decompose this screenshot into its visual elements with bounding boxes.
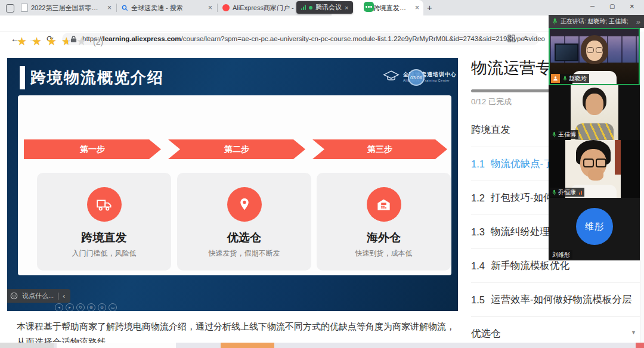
progress-text: 0/12 已完成 — [471, 97, 512, 107]
player-control-icon[interactable]: ◂ — [55, 303, 63, 311]
tab-title: 2022第三届全国新零售技能大赛 — [31, 4, 104, 13]
document-icon — [21, 4, 28, 12]
background-door — [615, 140, 621, 175]
window-close-button[interactable]: × — [630, 2, 634, 11]
tab-actions-menu-icon[interactable] — [6, 4, 14, 13]
step-banner-2: 第二步 — [168, 139, 305, 159]
danmaku-input[interactable]: 说点什么... ‹ — [7, 289, 70, 303]
taskbar-segment — [57, 343, 176, 348]
slide-title: 跨境物流概览介绍 — [30, 67, 164, 88]
logistics-card-preferred-warehouse: 优选仓 快速发货，假期不断发 — [177, 173, 311, 271]
section-label: 优选仓 — [471, 327, 501, 340]
meeting-pill-label: 腾讯会议 — [315, 3, 342, 12]
close-icon[interactable]: × — [208, 4, 212, 12]
split-screen-icon[interactable] — [507, 35, 515, 42]
aliexpress-icon — [222, 4, 230, 11]
player-controls: ◂ ▸ ↻ ⊕ ⊖ ▭ — [55, 303, 117, 311]
taskbar-segment — [636, 343, 644, 348]
minimize-button[interactable]: ─ — [590, 3, 595, 10]
meeting-panel: 赵晓玲 王佳博 — [549, 28, 640, 260]
mic-icon — [552, 132, 556, 138]
sidebar-item-1-5[interactable]: 1.5 运营效率-如何做好物流模板分层 — [471, 283, 644, 317]
warehouse-icon — [367, 187, 401, 222]
meeting-status-bar: 正在讲话: 赵晓玲; 王佳博; » — [549, 15, 644, 28]
lesson-label: 打包技巧-如何 — [491, 191, 553, 204]
tab-title: 全球速卖通 - 搜索 — [131, 4, 205, 13]
player-control-icon[interactable]: ⊖ — [98, 303, 106, 311]
tab-2[interactable]: 全球速卖通 - 搜索 × — [117, 0, 216, 15]
participant-tile[interactable]: 王佳博 — [549, 85, 640, 140]
close-icon[interactable]: × — [415, 4, 419, 12]
step-banner-3: 第三步 — [312, 139, 447, 159]
windows-taskbar-edge[interactable] — [0, 343, 644, 348]
participant-name-label: 赵晓玲 — [561, 74, 589, 83]
course-rating: ★★ ★★ ★★ ★★ ★★ (2) — [17, 35, 103, 48]
mic-icon — [552, 189, 556, 195]
tab-separator — [116, 4, 117, 12]
close-icon[interactable]: × — [107, 4, 112, 12]
slide-title-bar-decoration — [20, 66, 25, 89]
participant-name: 刘维彤 — [552, 251, 570, 259]
tab-1[interactable]: 2022第三届全国新零售技能大赛 × — [17, 0, 116, 15]
tab-title: 跨境直发之物流优缺点-了解 — [373, 4, 412, 13]
step-banner-1: 第一步 — [24, 139, 161, 159]
player-control-icon[interactable]: ↻ — [76, 303, 85, 311]
tencent-meeting-pill[interactable]: 腾讯会议 × — [296, 1, 353, 14]
new-tab-button[interactable]: + — [427, 2, 432, 13]
participant-tile[interactable]: 乔恒康 — [549, 140, 640, 198]
avatar: 维彤 — [576, 208, 613, 245]
timer-badge: 03:06 — [408, 69, 425, 86]
participant-tile-no-video[interactable]: 维彤 刘维彤 — [549, 198, 640, 260]
video-player[interactable]: 跨境物流概览介绍 全球速卖通培训中心 AliExpress Training C… — [7, 58, 458, 311]
rating-count: (2) — [93, 37, 103, 46]
tab-title: AliExpress商家门户 - 面向全球 — [233, 4, 304, 13]
star-icon: ★★ — [32, 35, 44, 48]
mouse-cursor-icon — [317, 310, 322, 311]
browser-address-bar: ← → ⟳ https://learning.aliexpress.com/co… — [0, 15, 644, 32]
player-control-icon[interactable]: ▭ — [109, 303, 117, 311]
recording-dot-icon — [309, 6, 312, 10]
virtual-background-screen — [555, 44, 578, 61]
mic-icon — [563, 76, 567, 82]
tab-3[interactable]: AliExpress商家门户 - 面向全球 — [218, 0, 308, 15]
card-title: 优选仓 — [177, 230, 311, 246]
lesson-number: 1.3 — [471, 226, 485, 238]
star-icon: ★★ — [17, 35, 29, 48]
mic-icon — [552, 18, 558, 25]
page-scrollbar[interactable] — [640, 32, 644, 343]
player-control-icon[interactable]: ⊕ — [87, 303, 95, 311]
player-control-icon[interactable]: ▸ — [66, 303, 74, 311]
card-subtitle: 快速到货，成本低 — [317, 248, 451, 259]
read-aloud-icon[interactable]: A — [523, 34, 528, 43]
module-list-title: 物流运营专 — [471, 57, 552, 79]
lesson-label: 物流纠纷处理 — [491, 225, 550, 238]
truck-icon — [87, 187, 122, 222]
host-badge-icon — [551, 74, 560, 83]
participant-name: 乔恒康 — [558, 188, 576, 197]
tab-separator — [217, 4, 218, 12]
meeting-chat-bubble-icon[interactable] — [364, 2, 374, 12]
lesson-number: 1.4 — [471, 260, 485, 272]
speaking-status-text: 正在讲话: 赵晓玲; 王佳博; — [561, 17, 633, 26]
collapse-left-icon[interactable]: ‹ — [63, 292, 65, 300]
participant-name-label: 刘维彤 — [550, 250, 572, 259]
url-text[interactable]: https://learning.aliexpress.com/course/l… — [82, 35, 545, 42]
signal-bars-icon — [301, 5, 306, 10]
logistics-card-direct: 跨境直发 入门门槛低，风险低 — [37, 173, 171, 271]
scroll-down-icon[interactable]: ▼ — [631, 330, 636, 335]
participant-tile-speaking[interactable]: 赵晓玲 — [549, 28, 640, 85]
divider — [58, 293, 58, 300]
star-empty-icon: ★★ — [76, 35, 89, 48]
location-pin-icon — [227, 187, 262, 222]
maximize-button[interactable]: ▢ — [609, 3, 615, 10]
close-icon[interactable]: × — [345, 4, 348, 11]
lesson-label: 新手物流模板优化 — [491, 259, 569, 272]
card-subtitle: 快速发货，假期不断发 — [177, 248, 311, 259]
participant-name: 赵晓玲 — [569, 74, 587, 83]
chevrons-icon: » — [636, 17, 640, 26]
participant-name-label: 乔恒康 — [550, 188, 584, 197]
slide-content-panel: 第一步 第二步 第三步 跨境直发 入门门槛低，风险低 优选仓 快速发货，假期不断… — [18, 95, 451, 275]
logistics-card-overseas-warehouse: 海外仓 快速到货，成本低 — [317, 173, 451, 271]
search-icon — [122, 5, 128, 11]
participant-name: 王佳博 — [558, 130, 576, 139]
